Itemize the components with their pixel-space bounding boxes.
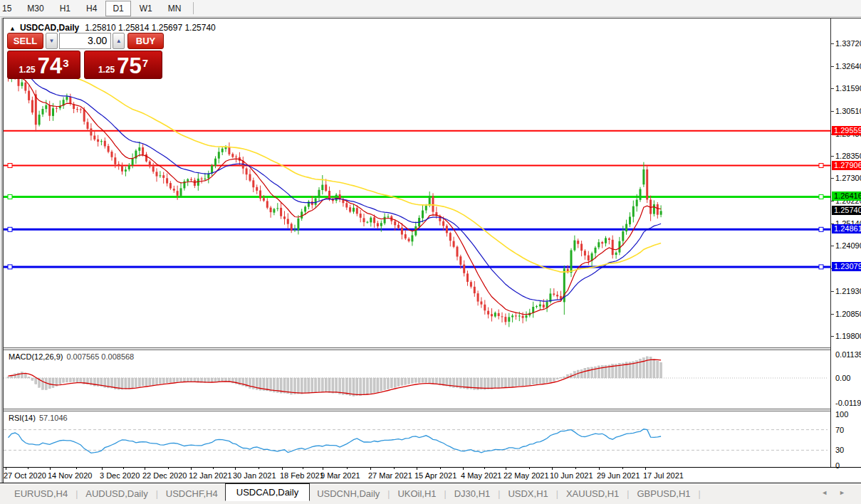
price-axis[interactable]: 1.337201.326401.315901.305101.294301.283… [830,19,861,467]
price-level-badge[interactable]: 1.24861 [832,224,861,233]
level-handle-right[interactable] [819,265,823,269]
time-tick-mark [123,468,124,469]
time-tick-mark [282,468,283,470]
level-handle-left[interactable] [8,265,12,269]
tab-usdcad-daily[interactable]: USDCAD,Daily [225,483,310,501]
buy-button[interactable]: BUY [127,33,164,49]
time-tick-mark [102,468,103,470]
time-tick-mark [76,468,77,469]
time-axis[interactable]: 27 Oct 202014 Nov 20203 Dec 202022 Dec 2… [4,467,861,483]
panel-divider[interactable] [4,409,861,411]
price-tick-label: 1.30510 [835,107,861,115]
timeframe-W1[interactable]: W1 [132,1,160,16]
tab-gbpusd-h1[interactable]: GBPUSD,H1 [635,486,692,501]
price-level-badge[interactable]: 1.27906 [832,161,861,170]
price-tick-mark [831,201,834,201]
price-tick-mark [831,246,834,246]
toolbar-separator [193,2,194,14]
level-handle-left[interactable] [8,195,12,199]
time-tick-mark [6,468,6,470]
chevron-up-icon: ▲ [116,38,122,44]
tab-separator: | [498,489,500,499]
price-tick-mark [831,66,834,67]
timeframe-H1[interactable]: H1 [53,1,78,16]
level-handle-right[interactable] [819,195,823,199]
tab-ukoil-h1[interactable]: UKOil,H1 [396,486,437,501]
time-tick-label: 4 May 2021 [461,471,501,480]
chart-symbol-label: USDCAD,Daily [20,23,79,33]
tab-separator: | [699,489,701,499]
price-tick-label: 1.24090 [835,241,861,250]
time-tick-label: 12 Jan 2021 [189,471,232,480]
time-tick-mark [370,468,371,470]
rsi-indicator-label: RSI(14)57.1046 [9,414,68,422]
rsi-tick-label: 100 [835,410,848,419]
timeframe-M30[interactable]: M30 [20,1,51,16]
rsi-tick-label: 70 [835,426,844,434]
tab-usdcnh-daily[interactable]: USDCNH,Daily [315,486,381,501]
tab-scroll-arrows[interactable]: ◄► [821,489,857,496]
level-handle-right[interactable] [819,164,823,168]
timeframe-H4[interactable]: H4 [79,1,104,16]
ma-slow [9,55,662,272]
time-tick-mark [235,468,236,470]
time-tick-mark [303,468,303,469]
timeframe-15[interactable]: 15 [0,1,19,16]
time-tick-mark [440,468,441,469]
level-handle-left[interactable] [8,164,12,168]
time-tick-label: 27 Oct 2020 [4,471,46,480]
tab-dj30-h1[interactable]: DJ30,H1 [453,486,492,501]
rsi-tick-label: 0 [835,461,840,470]
sell-price-sup: 3 [63,57,68,69]
time-tick-label: 17 Jul 2021 [643,471,684,480]
timeframe-D1[interactable]: D1 [105,1,130,16]
time-tick-label: 22 May 2021 [503,471,549,480]
price-level-badge[interactable]: 1.26416 [832,191,861,201]
time-tick-mark [213,468,214,469]
price-level-badge[interactable]: 1.23079 [832,262,861,271]
collapse-triangle-icon[interactable]: ▲ [9,25,16,32]
time-tick-mark [575,468,576,469]
tab-usdchf-h4[interactable]: USDCHF,H4 [165,486,219,501]
rsi-line [9,429,662,453]
volume-input[interactable]: 3.00 [59,33,112,49]
time-tick-mark [622,468,623,469]
rsi-plot[interactable] [4,411,830,467]
price-tick-mark [831,88,834,89]
chart-title: ▲USDCAD,Daily1.25810 1.25814 1.25697 1.2… [9,23,216,33]
level-handle-left[interactable] [8,227,12,231]
volume-decrease-button[interactable]: ▼ [46,33,58,49]
tab-xauusd-h1[interactable]: XAUUSD,H1 [565,486,620,501]
buy-price-prefix: 1.25 [98,65,115,75]
sell-button[interactable]: SELL [7,33,43,49]
price-tick-label: 1.33720 [835,39,861,48]
volume-increase-button[interactable]: ▲ [113,33,125,49]
rsi-tick-label: 30 [835,446,844,454]
one-click-trading-panel: SELL ▼ 3.00 ▲ BUY 1.25743 1.25757 [7,33,164,79]
chart-tab-bar: EURUSD,H4|AUDUSD,Daily|USDCHF,H4USDCAD,D… [0,483,861,504]
price-tick-label: 1.27300 [835,174,861,182]
time-tick-mark [394,468,395,469]
timeframe-toolbar: 15M30H1H4D1W1MN [0,0,861,17]
time-tick-label: 3 Dec 2020 [100,471,140,480]
time-tick-mark [645,468,646,470]
sell-price-display[interactable]: 1.25743 [7,51,80,79]
price-tick-label: 1.31590 [835,84,861,93]
timeframe-MN[interactable]: MN [161,1,189,16]
panel-divider[interactable] [4,347,861,350]
tab-audusd-daily[interactable]: AUDUSD,Daily [84,486,149,501]
buy-price-big: 75 [117,54,141,78]
price-level-badge[interactable]: 1.29559 [832,126,861,135]
time-tick-label: 18 Feb 2021 [280,471,324,480]
tab-eurusd-h4[interactable]: EURUSD,H4 [13,486,69,501]
tab-separator: | [444,489,447,499]
time-tick-label: 27 Mar 2021 [368,471,412,480]
tab-usdx-h1[interactable]: USDX,H1 [506,486,549,501]
time-tick-mark [191,468,192,470]
level-handle-right[interactable] [819,227,823,231]
tab-separator: | [387,489,390,499]
buy-price-display[interactable]: 1.25757 [84,51,162,79]
time-tick-label: 9 Mar 2021 [320,471,360,480]
time-tick-mark [259,468,259,469]
price-tick-mark [831,178,834,179]
